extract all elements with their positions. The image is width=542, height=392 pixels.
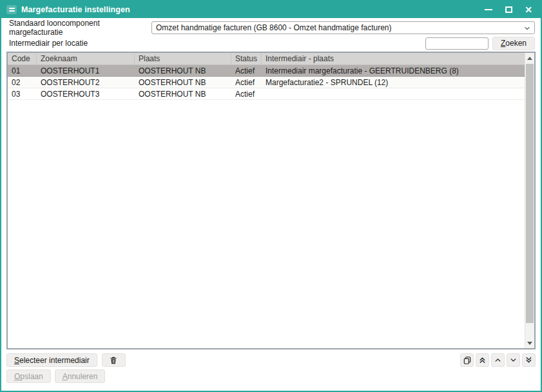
move-bottom-button[interactable] — [522, 353, 536, 367]
table-row[interactable]: 01 OOSTERHOUT1 OOSTERHOUT NB Actief Inte… — [8, 65, 525, 77]
minimize-button[interactable] — [484, 5, 493, 14]
opslaan-button-rest: pslaan — [20, 372, 43, 381]
standaard-looncomponent-row: Standaard looncomponent margefacturatie … — [9, 21, 535, 34]
column-header-status[interactable]: Status — [231, 53, 262, 64]
selecteer-button-key: S — [14, 356, 19, 365]
column-header-zoeknaam[interactable]: Zoeknaam — [37, 53, 135, 64]
column-header-code[interactable]: Code — [8, 53, 37, 64]
move-down-button[interactable] — [507, 353, 520, 367]
close-button[interactable]: ✕ — [524, 5, 533, 14]
chevron-down-icon — [523, 24, 531, 32]
move-up-button[interactable] — [491, 353, 505, 367]
cell-code: 03 — [8, 90, 37, 99]
cell-code: 02 — [8, 78, 37, 87]
cell-status: Actief — [231, 78, 262, 87]
annuleren-button[interactable]: Annuleren — [55, 369, 106, 383]
window-controls: ✕ — [484, 5, 533, 14]
cell-status: Actief — [231, 90, 262, 99]
minimize-icon — [485, 9, 492, 10]
intermediair-table: Code Zoeknaam Plaats Status Intermediair… — [6, 52, 536, 349]
cell-intermediair-plaats: Intermediair margefacturatie - GEERTRUID… — [262, 66, 525, 75]
column-header-intermediair-plaats[interactable]: Intermediair - plaats — [262, 53, 525, 64]
cell-zoeknaam: OOSTERHOUT1 — [37, 66, 135, 75]
chevron-down-icon — [509, 356, 518, 364]
cell-zoeknaam: OOSTERHOUT2 — [37, 78, 135, 87]
table-body: 01 OOSTERHOUT1 OOSTERHOUT NB Actief Inte… — [8, 65, 525, 348]
standaard-looncomponent-value: Omzet handmatige facturen (GB 8600 - Omz… — [156, 23, 392, 32]
window-form-icon — [6, 5, 17, 14]
standaard-looncomponent-label: Standaard looncomponent margefacturatie — [9, 19, 151, 37]
triangle-down-icon — [527, 342, 532, 345]
table-row[interactable]: 02 OOSTERHOUT2 OOSTERHOUT NB Actief Marg… — [8, 77, 525, 88]
close-icon: ✕ — [525, 5, 532, 14]
annuleren-button-key: A — [63, 372, 68, 381]
window-title: Margefacturatie instellingen — [21, 5, 484, 14]
selecteer-intermediair-button[interactable]: Selecteer intermediair — [6, 353, 97, 367]
cell-intermediair-plaats: Margefacturatie2 - SPRUNDEL (12) — [262, 78, 525, 87]
cell-code: 01 — [8, 66, 37, 75]
column-header-plaats[interactable]: Plaats — [135, 53, 231, 64]
trash-icon — [109, 356, 118, 365]
maximize-button[interactable] — [504, 5, 513, 14]
opslaan-button[interactable]: Opslaan — [6, 369, 51, 383]
move-top-button[interactable] — [476, 353, 489, 367]
scroll-down-button[interactable] — [525, 338, 534, 348]
intermediair-locatie-row: Intermediair per locatie Zoeken — [9, 37, 535, 50]
cell-zoeknaam: OOSTERHOUT3 — [37, 90, 135, 99]
cell-status: Actief — [231, 66, 262, 75]
scrollbar-thumb[interactable] — [526, 64, 534, 323]
table-header: Code Zoeknaam Plaats Status Intermediair… — [8, 53, 525, 65]
double-chevron-down-icon — [525, 356, 533, 364]
opslaan-button-key: O — [14, 372, 20, 381]
cell-plaats: OOSTERHOUT NB — [135, 66, 231, 75]
table-row[interactable]: 03 OOSTERHOUT3 OOSTERHOUT NB Actief — [8, 88, 525, 100]
double-chevron-up-icon — [478, 356, 487, 364]
copy-icon — [463, 356, 472, 365]
chevron-up-icon — [494, 356, 502, 364]
zoeken-button-rest: oeken — [505, 39, 527, 48]
scroll-up-button[interactable] — [525, 54, 534, 63]
zoeken-button[interactable]: Zoeken — [492, 37, 535, 50]
intermediair-locatie-label: Intermediair per locatie — [9, 39, 425, 48]
standaard-looncomponent-select[interactable]: Omzet handmatige facturen (GB 8600 - Omz… — [151, 21, 535, 34]
table-toolbar: Selecteer intermediair — [6, 353, 536, 367]
cell-plaats: OOSTERHOUT NB — [135, 78, 231, 87]
vertical-scrollbar[interactable] — [525, 53, 534, 348]
cell-plaats: OOSTERHOUT NB — [135, 90, 231, 99]
delete-button[interactable] — [102, 353, 126, 367]
margefacturatie-window: Margefacturatie instellingen ✕ Standaard… — [0, 0, 542, 392]
triangle-up-icon — [527, 57, 532, 60]
search-input[interactable] — [425, 37, 489, 50]
titlebar: Margefacturatie instellingen ✕ — [1, 1, 541, 18]
copy-row-button[interactable] — [460, 353, 474, 367]
selecteer-button-rest: electeer intermediair — [19, 356, 90, 365]
maximize-icon — [505, 6, 512, 13]
footer-actions: Opslaan Annuleren — [6, 369, 536, 383]
annuleren-button-rest: nnuleren — [68, 372, 98, 381]
